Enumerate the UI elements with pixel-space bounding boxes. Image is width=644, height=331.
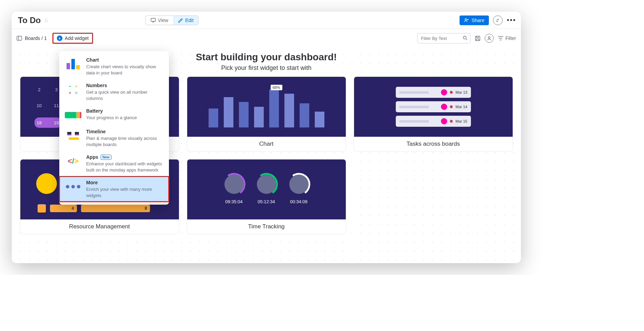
page-title: To Do — [18, 15, 41, 25]
view-edit-segmented: View Edit — [145, 15, 199, 25]
plus-circle-icon: + — [57, 35, 62, 41]
numbers-icon: −÷+= — [65, 83, 81, 96]
filter-icon — [498, 36, 503, 41]
dropdown-item-numbers[interactable]: −÷+=NumbersGet a quick view on all numbe… — [59, 79, 169, 105]
chart-art: 68% — [209, 86, 324, 127]
monitor-icon — [151, 18, 156, 22]
boards-crumb[interactable]: Boards / 1 — [17, 35, 47, 41]
card-label: Tasks across boards — [354, 137, 513, 151]
filter-button[interactable]: Filter — [498, 35, 516, 41]
svg-point-3 — [463, 36, 466, 39]
more-icon — [65, 180, 81, 194]
time-art: 09:35:0405:12:3400:34:09 — [224, 175, 309, 204]
card-label: Time Tracking — [187, 219, 346, 234]
svg-rect-0 — [151, 18, 155, 21]
chart-icon — [65, 57, 81, 71]
timeline-icon — [65, 129, 81, 143]
card-label: Chart — [187, 137, 346, 151]
pencil-icon — [178, 18, 183, 23]
battery-icon — [65, 108, 81, 122]
share-button[interactable]: Share — [460, 15, 489, 25]
favorite-star-icon[interactable]: ☆ — [43, 17, 49, 24]
dropdown-item-timeline[interactable]: TimelinePlan & manage time visually acro… — [59, 125, 169, 151]
svg-rect-4 — [475, 36, 480, 41]
toolbar: Boards / 1 + Add widget Filter — [12, 29, 521, 48]
card-label: Resource Management — [20, 219, 179, 234]
svg-point-5 — [488, 37, 490, 38]
filter-search — [417, 33, 471, 43]
add-widget-dropdown: ChartCreate chart views to visually show… — [59, 51, 169, 205]
edit-mode-button[interactable]: Edit — [173, 16, 198, 25]
apps-icon: </> — [65, 154, 81, 168]
board-icon — [17, 36, 22, 41]
people-icon — [464, 18, 469, 22]
dropdown-item-apps[interactable]: </>AppsNewEnhance your dashboard with wi… — [59, 151, 169, 176]
svg-point-1 — [465, 19, 466, 20]
top-bar: To Do ☆ View Edit Share ••• — [12, 12, 521, 29]
dropdown-item-chart[interactable]: ChartCreate chart views to visually show… — [59, 54, 169, 79]
app-shell: To Do ☆ View Edit Share ••• Boards / 1 — [12, 12, 521, 263]
dropdown-item-more[interactable]: MoreEnrich your view with many more widg… — [59, 176, 169, 202]
help-icon[interactable] — [493, 15, 503, 25]
more-menu-icon[interactable]: ••• — [507, 16, 516, 24]
dropdown-item-battery[interactable]: BatteryYour progress in a glance — [59, 105, 169, 125]
view-mode-button[interactable]: View — [146, 16, 173, 25]
widget-card-chart[interactable]: 68% Chart — [187, 76, 346, 152]
profile-avatar-icon[interactable] — [485, 34, 494, 43]
tasks-art: Mar 13Mar 14Mar 15 — [396, 87, 471, 127]
search-icon — [463, 35, 468, 41]
save-icon[interactable] — [475, 35, 481, 41]
add-widget-button[interactable]: + Add widget — [52, 33, 93, 44]
widget-card-time[interactable]: 09:35:0405:12:3400:34:09 Time Tracking — [187, 159, 346, 234]
widget-card-tasks[interactable]: Mar 13Mar 14Mar 15 Tasks across boards — [354, 76, 513, 152]
svg-rect-2 — [17, 36, 22, 40]
